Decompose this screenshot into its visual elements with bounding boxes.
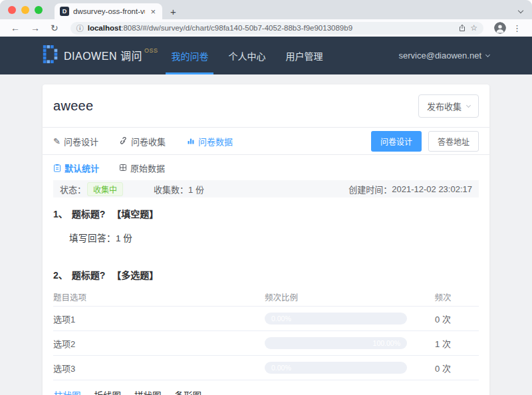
browser-toolbar: ← → ↻ ⓘ localhost:8083/#/dw/survey/d/cha… — [0, 19, 532, 37]
survey-tabs-row: ✎ 问卷设计 问卷收集 — [43, 128, 489, 155]
collected-label: 收集数： — [154, 183, 188, 196]
status-label: 状态： — [60, 183, 86, 196]
minimize-window-button[interactable] — [21, 6, 29, 14]
browser-window: D dwsurvey-oss-front-vue × + ← → ↻ ⓘ loc… — [0, 0, 532, 395]
reload-button[interactable]: ↻ — [47, 23, 63, 33]
url-path: :8083/#/dw/survey/d/chart/c98fa140-50b7-… — [121, 24, 352, 32]
count-value: 0 次 — [407, 362, 479, 374]
browser-tab[interactable]: D dwsurvey-oss-front-vue × — [55, 3, 162, 19]
main-nav: 我的问卷 个人中心 用户管理 — [170, 37, 324, 74]
app-header: DIAOWEN 调问OSS 我的问卷 个人中心 用户管理 service@dia… — [0, 37, 532, 74]
brand-logo-icon — [43, 45, 59, 64]
tab-label: 问卷收集 — [131, 135, 166, 148]
tab-survey-collect[interactable]: 问卷收集 — [120, 135, 166, 148]
answer-url-button[interactable]: 答卷地址 — [428, 131, 479, 152]
question-type-badge: 【多选题】 — [112, 270, 158, 281]
survey-design-button[interactable]: 问卷设计 — [371, 131, 422, 152]
data-subtabs: 默认统计 原始数据 — [43, 155, 489, 180]
question-title: 1、题标题?【填空题】 — [53, 207, 479, 220]
created-label: 创建时间： — [348, 183, 392, 196]
account-email: service@diaowen.net — [399, 51, 481, 61]
created-group: 创建时间： 2021-12-02 23:02:17 — [348, 183, 472, 196]
page-background: aweee 发布收集 ✎ 问卷设计 问卷收集 — [0, 74, 532, 395]
url-bar[interactable]: ⓘ localhost:8083/#/dw/survey/d/chart/c98… — [70, 22, 483, 35]
brand-name: DIAOWEN 调问OSS — [64, 45, 158, 65]
chart-tab-pie[interactable]: 拼状图 — [134, 388, 162, 395]
close-window-button[interactable] — [8, 6, 16, 14]
profile-avatar[interactable] — [494, 22, 506, 34]
option-label: 选项3 — [53, 362, 265, 374]
table-header-row: 题目选项 频次比例 频次 — [53, 288, 479, 307]
collected-group: 收集数： 1 份 — [154, 183, 204, 196]
bar-label: 0.00% — [271, 313, 291, 325]
chart-tab-line[interactable]: 拆线图 — [94, 388, 122, 395]
status-badge: 收集中 — [87, 182, 123, 196]
answer-value: 1 份 — [116, 233, 132, 243]
subtab-raw-data[interactable]: 原始数据 — [119, 162, 165, 174]
publish-collect-label: 发布收集 — [427, 100, 462, 112]
collected-value: 1 份 — [188, 183, 204, 196]
tab-label: 问卷数据 — [198, 135, 233, 148]
question-index: 2、 — [53, 270, 68, 281]
bar-label: 0.00% — [271, 362, 291, 374]
stats-table: 题目选项 频次比例 频次 选项1 0.00% 0 次 选项2 — [53, 288, 479, 380]
question-block-2: 2、题标题?【多选题】 题目选项 频次比例 频次 选项1 0.00% — [43, 259, 489, 380]
question-title: 2、题标题?【多选题】 — [53, 268, 479, 281]
nav-item-my-surveys[interactable]: 我的问卷 — [170, 37, 209, 74]
account-menu[interactable]: service@diaowen.net — [399, 51, 489, 61]
bar-chart-icon — [187, 137, 195, 145]
status-group: 状态： 收集中 — [60, 182, 123, 196]
close-tab-icon[interactable]: × — [149, 7, 157, 17]
tab-survey-data[interactable]: 问卷数据 — [187, 135, 233, 148]
brand[interactable]: DIAOWEN 调问OSS — [43, 45, 158, 65]
nav-item-user-management[interactable]: 用户管理 — [284, 37, 324, 74]
site-info-icon[interactable]: ⓘ — [76, 23, 84, 33]
created-value: 2021-12-02 23:02:17 — [392, 184, 472, 194]
url-host: localhost — [88, 24, 121, 32]
subtab-default-stats[interactable]: 默认统计 — [53, 162, 99, 174]
question-text: 题标题? — [72, 270, 106, 281]
bar-label: 100.00% — [373, 337, 400, 349]
tab-search-chevron-icon[interactable] — [519, 3, 523, 15]
window-controls — [0, 0, 49, 19]
table-row: 选项1 0.00% 0 次 — [53, 307, 479, 331]
chevron-down-icon — [485, 52, 490, 57]
survey-card: aweee 发布收集 ✎ 问卷设计 问卷收集 — [43, 84, 489, 395]
new-tab-button[interactable]: + — [162, 3, 184, 19]
url-text: localhost:8083/#/dw/survey/d/chart/c98fa… — [88, 24, 455, 32]
back-button[interactable]: ← — [7, 23, 24, 33]
question-block-1: 1、题标题?【填空题】 填写回答：1 份 — [43, 198, 489, 247]
chart-type-tabs: 柱状图 拆线图 拼状图 条形图 — [53, 380, 479, 395]
answer-label: 填写回答： — [69, 233, 116, 243]
table-row: 选项3 0.00% 0 次 — [53, 356, 479, 380]
count-value: 1 次 — [407, 337, 479, 350]
chevron-down-icon — [466, 103, 471, 108]
fullscreen-window-button[interactable] — [35, 6, 43, 14]
header-count: 频次 — [407, 291, 479, 303]
subtab-label: 默认统计 — [65, 162, 99, 174]
table-grid-icon — [119, 164, 127, 172]
pencil-icon: ✎ — [53, 136, 61, 146]
option-label: 选项1 — [53, 313, 265, 325]
nav-item-profile-center[interactable]: 个人中心 — [227, 37, 267, 74]
tab-survey-design[interactable]: ✎ 问卷设计 — [53, 135, 98, 148]
subtab-label: 原始数据 — [130, 162, 165, 174]
progress-bar: 0.00% — [265, 313, 407, 325]
chart-tab-bar[interactable]: 条形图 — [174, 388, 203, 395]
chart-tab-column[interactable]: 柱状图 — [53, 388, 82, 395]
publish-collect-dropdown[interactable]: 发布收集 — [418, 94, 479, 118]
fill-answer-line: 填写回答：1 份 — [53, 220, 479, 247]
browser-menu-icon[interactable]: ⋮ — [509, 23, 525, 33]
forward-button[interactable]: → — [27, 23, 44, 33]
tab-label: 问卷设计 — [64, 135, 98, 148]
question-index: 1、 — [53, 209, 68, 219]
share-icon[interactable] — [458, 24, 466, 32]
browser-tab-strip: D dwsurvey-oss-front-vue × + — [0, 0, 532, 19]
question-text: 题标题? — [72, 209, 106, 219]
tab-title: dwsurvey-oss-front-vue — [73, 7, 145, 15]
site-favicon-icon: D — [60, 7, 69, 16]
header-ratio: 频次比例 — [265, 291, 407, 303]
bookmark-star-icon[interactable]: ☆ — [470, 23, 477, 33]
progress-bar: 100.00% — [265, 337, 407, 349]
count-value: 0 次 — [407, 313, 479, 325]
